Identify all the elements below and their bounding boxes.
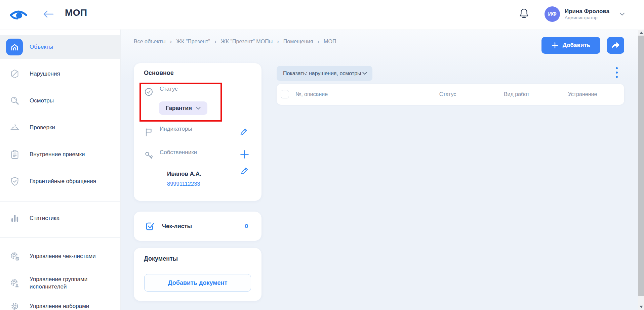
breadcrumb-item[interactable]: Все объекты: [134, 39, 165, 45]
checklists-card[interactable]: Чек-листы 0: [134, 212, 261, 241]
gear-person-icon: [10, 278, 20, 289]
main-info-card: Основное Статус Гарантия: [134, 63, 261, 201]
sidebar-item-label: Проверки: [30, 124, 114, 131]
dot: [616, 67, 618, 69]
breadcrumb-item[interactable]: Помещения: [283, 39, 313, 45]
main-content: Все объекты › ЖК "Презент" › ЖК "Презент…: [120, 30, 638, 310]
select-all-checkbox[interactable]: [281, 90, 289, 98]
sidebar-item-violations[interactable]: Нарушения: [0, 63, 120, 85]
dot: [616, 72, 618, 74]
edit-indicators-button[interactable]: [240, 128, 248, 136]
column-header-description: №, описание: [295, 91, 328, 97]
main-card-title: Основное: [144, 70, 174, 77]
plus-icon: [552, 42, 558, 49]
sidebar-item-label: Статистика: [30, 215, 114, 222]
breadcrumb-item[interactable]: ЖК "Презент" МОПы: [221, 39, 273, 45]
column-header-status: Статус: [439, 91, 456, 97]
breadcrumb-separator: ›: [214, 38, 216, 45]
pencil-icon: [240, 128, 248, 136]
table-header-row: №, описание Статус Вид работ Устранение: [277, 84, 624, 105]
user-name: Ирина Фролова: [565, 8, 609, 15]
add-button[interactable]: Добавить: [541, 37, 600, 54]
avatar: ИФ: [545, 6, 560, 22]
owner-name: Иванов А.А.: [167, 171, 201, 177]
share-arrow-icon: [611, 41, 620, 49]
notifications-button[interactable]: [518, 7, 530, 21]
edit-owner-button[interactable]: [241, 167, 249, 175]
dot: [616, 76, 618, 78]
add-button-label: Добавить: [563, 42, 590, 49]
back-button[interactable]: [42, 9, 54, 19]
user-menu[interactable]: ИФ Ирина Фролова Администратор: [545, 5, 625, 24]
sidebar-item-objects[interactable]: Объекты: [0, 35, 120, 59]
column-header-elimination: Устранение: [568, 91, 597, 97]
indicators-label: Индикаторы: [160, 126, 192, 132]
sidebar-item-inspections[interactable]: Осмотры: [0, 90, 120, 112]
gear-icon: [10, 301, 20, 310]
page-title: МОП: [65, 7, 87, 18]
chevron-down-icon: [619, 11, 625, 17]
app-logo-eye-icon: [9, 7, 28, 22]
sidebar-item-warranty-claims[interactable]: Гарантийные обращения: [0, 171, 120, 192]
checklists-count: 0: [245, 223, 248, 230]
sidebar: Объекты Нарушения Осмотры: [0, 30, 120, 310]
scroll-up-arrow[interactable]: [640, 32, 643, 34]
documents-title: Документы: [144, 255, 178, 262]
more-options-button[interactable]: [612, 65, 622, 80]
app-window: МОП ИФ Ирина Фролова Администратор: [0, 0, 644, 310]
magnifier-icon: [10, 95, 20, 106]
sidebar-item-sets-management[interactable]: Управление наборами: [0, 296, 120, 310]
column-header-work-type: Вид работ: [504, 91, 529, 97]
sidebar-item-executor-groups-management[interactable]: Управление группами исполнителей: [0, 272, 120, 294]
checkbox-check-icon: [145, 222, 155, 231]
flag-icon: [145, 128, 153, 138]
sidebar-item-label: Управление наборами: [30, 303, 114, 310]
shield-check-icon: [10, 176, 20, 187]
share-button[interactable]: [607, 37, 624, 54]
sidebar-item-label: Управление чек-листами: [30, 253, 114, 260]
chevron-down-icon: [362, 72, 367, 75]
show-filter-dropdown[interactable]: Показать: нарушения, осмотры: [277, 66, 372, 81]
sidebar-item-label: Осмотры: [30, 97, 114, 104]
key-icon: [145, 151, 153, 161]
home-icon: [6, 39, 23, 55]
bell-icon: [519, 8, 529, 20]
sidebar-item-label: Внутренние приемки: [30, 151, 114, 158]
add-owner-button[interactable]: [240, 150, 249, 159]
sidebar-divider: [0, 201, 120, 202]
owners-label: Собственники: [160, 149, 197, 156]
sidebar-item-label: Гарантийные обращения: [30, 178, 114, 185]
vertical-scrollbar: [638, 30, 644, 310]
plus-icon: [240, 150, 249, 159]
breadcrumb-separator: ›: [170, 38, 172, 45]
sidebar-divider: [0, 237, 120, 238]
owner-phone-link[interactable]: 89991112233: [167, 181, 200, 187]
breadcrumb-separator: ›: [317, 38, 319, 45]
breadcrumb-item-current: МОП: [324, 39, 336, 45]
sidebar-item-internal-acceptance[interactable]: Внутренние приемки: [0, 144, 120, 165]
back-arrow-icon: [43, 10, 54, 18]
bar-chart-icon: [10, 213, 20, 224]
sidebar-item-label: Объекты: [30, 43, 114, 51]
circle-slash-icon: [10, 69, 20, 79]
documents-card: Документы Добавить документ: [134, 248, 261, 301]
sidebar-item-checklist-management[interactable]: Управление чек-листами: [0, 246, 120, 267]
pencil-icon: [241, 167, 249, 175]
clipboard-icon: [10, 149, 20, 160]
sidebar-item-statistics[interactable]: Статистика: [0, 208, 120, 229]
scrollbar-thumb[interactable]: [638, 36, 644, 296]
sidebar-item-checks[interactable]: Проверки: [0, 117, 120, 138]
sidebar-item-label: Управление группами исполнителей: [30, 276, 114, 291]
filter-label: Показать: нарушения, осмотры: [283, 71, 361, 77]
status-highlight-annotation: [139, 83, 222, 122]
hard-hat-icon: [10, 122, 20, 133]
gear-check-icon: [10, 251, 20, 262]
breadcrumb: Все объекты › ЖК "Презент" › ЖК "Презент…: [134, 38, 336, 45]
add-document-button[interactable]: Добавить документ: [144, 274, 251, 292]
scroll-down-arrow[interactable]: [640, 306, 643, 308]
user-role: Администратор: [565, 15, 609, 20]
sidebar-item-label: Нарушения: [30, 70, 114, 78]
checklists-label: Чек-листы: [162, 223, 192, 230]
breadcrumb-item[interactable]: ЖК "Презент": [176, 39, 210, 45]
app-header: МОП ИФ Ирина Фролова Администратор: [0, 0, 644, 30]
